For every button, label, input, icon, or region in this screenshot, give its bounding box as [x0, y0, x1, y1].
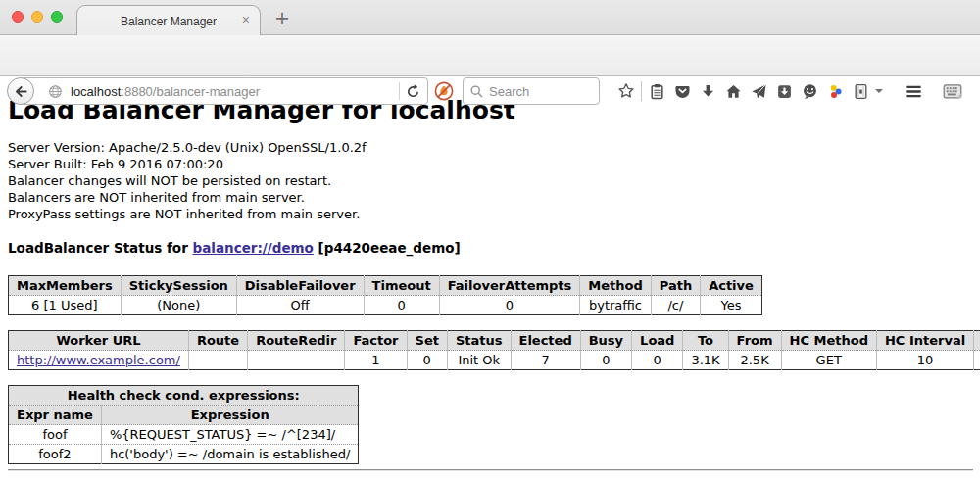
keyboard-layout-icon[interactable] — [940, 81, 965, 101]
table-row: 6 [1 Used] (None) Off 0 0 bytraffic /c/ … — [9, 296, 762, 315]
col-disablefailover: DisableFailover — [236, 276, 364, 296]
search-bar[interactable] — [463, 77, 600, 105]
col-factor: Factor — [345, 331, 407, 351]
window-controls — [12, 11, 63, 23]
col-failoverattempts: FailoverAttempts — [439, 276, 580, 296]
cell-path: /c/ — [651, 296, 700, 315]
cell-busy: 0 — [580, 351, 631, 370]
col-stickysession: StickySession — [121, 276, 236, 296]
navigation-toolbar: localhost:8880/balancer-manager — [0, 35, 980, 76]
search-icon — [469, 84, 484, 99]
toolbar-icon-row — [613, 76, 965, 106]
tab-close-icon[interactable]: × — [242, 13, 250, 26]
minimize-window-button[interactable] — [31, 11, 43, 23]
cell-timeout: 0 — [364, 296, 439, 315]
cell-worker-url: http://www.example.com/ — [9, 351, 189, 370]
back-button[interactable] — [7, 77, 34, 105]
chevron-down-icon[interactable] — [875, 89, 883, 93]
status-suffix: [p4420eeae_demo] — [314, 240, 461, 256]
cell-stickysession: (None) — [121, 296, 236, 315]
col-load: Load — [632, 331, 683, 351]
health-check-table: Health check cond. expressions: Expr nam… — [8, 385, 359, 464]
download-helper-icon[interactable] — [771, 83, 797, 100]
urlbar-divider — [399, 82, 400, 100]
col-to: To — [683, 331, 728, 351]
chat-smiley-icon[interactable] — [797, 83, 822, 100]
zoom-window-button[interactable] — [51, 11, 63, 23]
col-route: Route — [188, 331, 247, 351]
horizontal-rule — [8, 469, 973, 471]
cell-hc-method: GET — [781, 351, 876, 370]
tab-title: Balancer Manager — [121, 15, 217, 28]
worker-url-link[interactable]: http://www.example.com/ — [17, 353, 180, 367]
url-bar[interactable]: localhost:8880/balancer-manager — [21, 77, 428, 105]
downloads-icon[interactable] — [695, 83, 720, 100]
site-identity-globe-icon[interactable] — [48, 84, 63, 99]
close-window-button[interactable] — [12, 11, 24, 23]
color-dots-extension-icon[interactable] — [822, 83, 848, 100]
toolbar-divider — [641, 81, 642, 101]
col-timeout: Timeout — [364, 276, 439, 296]
col-busy: Busy — [580, 331, 631, 351]
cell-maxmembers: 6 [1 Used] — [9, 296, 122, 315]
cell-passes: 1 (0) — [974, 351, 980, 370]
url-text[interactable]: localhost:8880/balancer-manager — [71, 84, 393, 99]
health-check-title: Health check cond. expressions: — [9, 386, 359, 406]
col-set: Set — [407, 331, 447, 351]
cell-elected: 7 — [511, 351, 580, 370]
browser-tab[interactable]: Balancer Manager × — [76, 5, 261, 36]
cell-route — [188, 351, 247, 370]
cell-expression: hc('body') =~ /domain is established/ — [101, 445, 359, 464]
table-row: foof2 hc('body') =~ /domain is establish… — [9, 445, 359, 464]
cell-routeredir — [248, 351, 345, 370]
url-domain: localhost — [71, 84, 121, 99]
col-expr-name: Expr name — [9, 406, 102, 425]
flashblock-icon[interactable] — [434, 81, 454, 101]
col-from: From — [728, 331, 781, 351]
url-path: :8880/balancer-manager — [121, 84, 260, 99]
menu-hamburger-icon[interactable] — [901, 82, 926, 101]
col-expression: Expression — [101, 406, 359, 425]
col-worker-url: Worker URL — [9, 331, 189, 351]
page-content: Load Balancer Manager for localhost Serv… — [0, 96, 980, 471]
col-maxmembers: MaxMembers — [9, 276, 122, 296]
col-active: Active — [701, 276, 762, 296]
persist-notice-line: Balancer changes will NOT be persisted o… — [8, 172, 980, 189]
col-passes: Passes — [974, 331, 980, 351]
col-status: Status — [447, 331, 511, 351]
pocket-icon[interactable] — [669, 83, 695, 100]
loadbalancer-status-heading: LoadBalancer Status for balancer://demo … — [8, 240, 980, 256]
cell-load: 0 — [632, 351, 683, 370]
titlebar: Balancer Manager × + — [0, 0, 980, 35]
cell-expression: %{REQUEST_STATUS} =~ /^[234]/ — [101, 425, 359, 445]
back-arrow-icon — [14, 84, 28, 99]
cell-expr-name: foof — [9, 425, 102, 445]
cell-disablefailover: Off — [236, 296, 364, 315]
home-icon[interactable] — [720, 83, 746, 100]
cell-method: bytraffic — [580, 296, 651, 315]
status-prefix: LoadBalancer Status for — [8, 240, 193, 256]
col-elected: Elected — [511, 331, 580, 351]
bookmark-star-icon[interactable] — [613, 82, 639, 100]
reload-icon[interactable] — [406, 84, 420, 99]
search-input[interactable] — [489, 84, 587, 99]
balancers-notice-line: Balancers are NOT inherited from main se… — [8, 189, 980, 206]
cell-factor: 1 — [345, 351, 407, 370]
new-tab-button[interactable]: + — [274, 8, 290, 27]
bookmarks-clipboard-icon[interactable] — [644, 83, 669, 100]
cell-active: Yes — [701, 296, 762, 315]
col-hc-method: HC Method — [781, 331, 876, 351]
cell-to: 3.1K — [683, 351, 728, 370]
worker-row: http://www.example.com/ 1 0 Init Ok 7 0 … — [9, 351, 980, 370]
cell-hc-interval: 10 — [876, 351, 973, 370]
balancer-demo-link[interactable]: balancer://demo — [193, 240, 314, 256]
proxypass-notice-line: ProxyPass settings are NOT inherited fro… — [8, 206, 980, 222]
server-version-line: Server Version: Apache/2.5.0-dev (Unix) … — [8, 139, 980, 156]
container-archive-icon[interactable] — [848, 83, 873, 100]
cell-failoverattempts: 0 — [439, 296, 580, 315]
server-built-line: Server Built: Feb 9 2016 07:00:20 — [8, 156, 980, 172]
table-header-row: Worker URL Route RouteRedir Factor Set S… — [9, 331, 980, 351]
table-header-row: MaxMembers StickySession DisableFailover… — [9, 276, 762, 296]
send-tab-icon[interactable] — [746, 83, 771, 100]
col-hc-interval: HC Interval — [876, 331, 973, 351]
